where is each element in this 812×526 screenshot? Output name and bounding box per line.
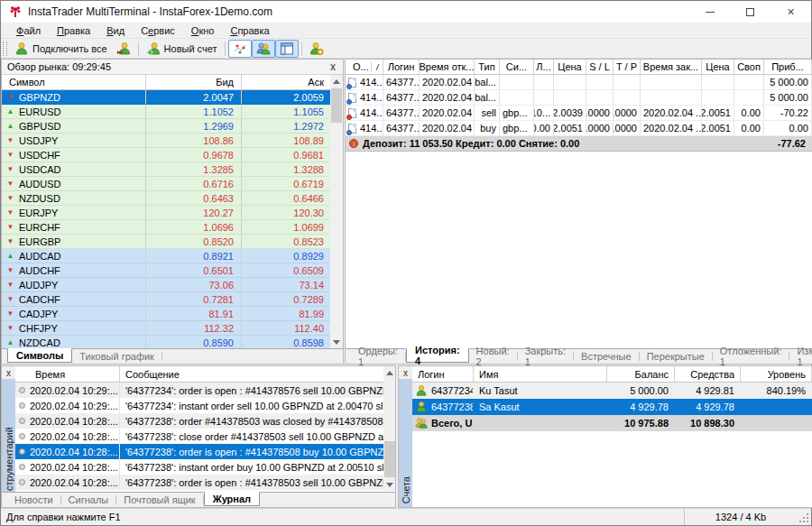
column-header-login[interactable]: Логин (383, 60, 420, 74)
symbol-row[interactable]: USDJPY 108.86 108.89 (2, 134, 343, 148)
column-header-close-time[interactable]: Время зак... (641, 60, 702, 74)
account-row[interactable]: Всего, USD 10 975.88 10 898.30 (412, 415, 812, 431)
disconnect-all-button[interactable] (112, 40, 135, 58)
market-watch-tab[interactable]: Символы (7, 348, 72, 363)
journal-row[interactable]: 2020.02.04 10:29:... '64377234': order i… (15, 383, 395, 398)
journal-row[interactable]: 2020.02.04 10:28:... '64377238': order #… (15, 413, 395, 429)
column-header-equity[interactable]: Средства (675, 366, 741, 382)
journal-tab[interactable]: Новости (7, 495, 61, 504)
column-header-time[interactable]: Время (15, 366, 120, 382)
symbol-row[interactable]: GBPUSD 1.2969 1.2972 (2, 119, 343, 134)
resize-grip[interactable] (797, 509, 811, 525)
symbol-row[interactable]: EURUSD 1.1052 1.1055 (2, 105, 343, 119)
toolbar-grip[interactable] (3, 42, 7, 56)
symbol-row[interactable]: AUDUSD 0.6716 0.6719 (2, 177, 343, 191)
column-header-balance[interactable]: Баланс (607, 366, 675, 382)
scroll-up-icon[interactable] (330, 75, 343, 88)
menu-item[interactable]: Сервис (133, 24, 183, 37)
minimize-button[interactable] (689, 1, 730, 23)
journal-tab[interactable]: Журнал (204, 492, 260, 506)
scrollbar-thumb[interactable] (384, 441, 395, 477)
history-tab[interactable]: Встречные (574, 352, 640, 361)
column-header-level[interactable]: Уровень (741, 366, 812, 382)
order-row[interactable]: 414... 64377... 2020.02.04 ... bal... 5 … (346, 75, 812, 90)
journal-row[interactable]: 2020.02.04 10:28:... '64377238': order i… (15, 475, 395, 490)
journal-scrollbar[interactable] (383, 366, 395, 491)
market-watch-scrollbar[interactable] (330, 75, 343, 348)
symbol-row[interactable]: AUDCHF 0.6501 0.6509 (2, 263, 343, 278)
column-header-symbol[interactable]: Символ (2, 75, 146, 89)
order-tp: 0.0000 (614, 106, 641, 121)
market-watch-close-button[interactable]: x (327, 60, 339, 73)
connect-all-button[interactable]: Подключить все (10, 40, 112, 58)
symbol-row[interactable]: AUDJPY 73.06 73.14 (2, 278, 343, 292)
menu-item[interactable]: Файл (8, 24, 49, 37)
journal-tab[interactable]: Почтовый ящик (116, 495, 203, 504)
column-header-login[interactable]: Логин (412, 366, 474, 382)
menu-item[interactable]: Окно (183, 24, 223, 37)
accounts-close-button[interactable]: x (399, 366, 412, 379)
order-row[interactable]: 414... 64377... 2020.02.04 ... sell gbp.… (346, 106, 812, 121)
symbol-row[interactable]: USDCHF 0.9678 0.9681 (2, 148, 343, 162)
column-header-order[interactable]: О... (346, 60, 383, 74)
symbol-row[interactable]: CADCHF 0.7281 0.7289 (2, 292, 343, 307)
layout-toggle-button[interactable] (275, 40, 299, 58)
journal-row[interactable]: 2020.02.04 10:28:... '64377238': close o… (15, 429, 395, 444)
tick-chart-toggle-button[interactable] (228, 40, 252, 58)
history-tab[interactable]: Отложенный: 1 (713, 352, 790, 361)
order-row[interactable]: 414... 64377... 2020.02.04 ... buy gbp..… (346, 121, 812, 136)
column-header-close-price[interactable]: Цена (702, 60, 734, 74)
symbol-row[interactable]: EURCHF 1.0696 1.0699 (2, 220, 343, 235)
account-settings-button[interactable] (305, 40, 328, 58)
scrollbar-thumb[interactable] (331, 88, 342, 123)
menu-item[interactable]: Справка (222, 24, 277, 37)
column-header-symbol[interactable]: Си... (500, 60, 534, 74)
column-header-message[interactable]: Сообщение (120, 366, 395, 382)
column-header-swap[interactable]: Своп (734, 60, 764, 74)
new-account-button[interactable]: Новый счет (142, 40, 222, 58)
symbol-row[interactable]: EURJPY 120.27 120.30 (2, 206, 343, 220)
column-header-lots[interactable]: Л... (534, 60, 554, 74)
order-row[interactable]: 414... 64377... 2020.02.04 ... bal... 5 … (346, 90, 812, 106)
history-tab[interactable]: История: 4 (406, 348, 469, 363)
history-tab[interactable]: Изменить: 1 (789, 352, 812, 361)
journal-row[interactable]: 2020.02.04 10:29:... '64377234': instant… (15, 398, 395, 413)
scroll-up-icon[interactable] (383, 366, 396, 379)
column-header-type[interactable]: Тип (475, 60, 500, 74)
close-button[interactable]: × (770, 1, 811, 23)
column-header-tp[interactable]: T / P (614, 60, 641, 74)
history-tab[interactable]: Ордеры: 1 (351, 352, 406, 361)
column-header-price[interactable]: Цена (554, 60, 586, 74)
maximize-button[interactable] (730, 1, 770, 23)
column-header-name[interactable]: Имя (474, 366, 607, 382)
history-tab[interactable]: Перекрытые (640, 352, 713, 361)
history-tab[interactable]: Новый: 2 (469, 352, 518, 361)
journal-tab[interactable]: Сигналы (61, 495, 117, 504)
symbol-row[interactable]: AUDCAD 0.8921 0.8929 (2, 249, 343, 263)
journal-row[interactable]: 2020.02.04 10:28:... '64377238': instant… (15, 459, 395, 475)
column-header-sl[interactable]: S / L (586, 60, 614, 74)
column-header-bid[interactable]: Бид (146, 75, 242, 89)
journal-close-button[interactable]: x (2, 366, 15, 379)
symbol-row[interactable]: CHFJPY 112.32 112.40 (2, 321, 343, 336)
column-header-open-time[interactable]: Время отк... (420, 60, 475, 74)
menu-item[interactable]: Вид (98, 24, 133, 37)
journal-row[interactable]: 2020.02.04 10:28:... '64377238': order i… (15, 444, 395, 459)
account-row[interactable]: 64377238 Sa Kasut 4 929.78 4 929.78 (412, 399, 812, 415)
column-header-profit[interactable]: Приб... (764, 60, 812, 74)
column-header-ask[interactable]: Аск (242, 75, 332, 89)
menu-item[interactable]: Правка (49, 24, 98, 37)
scroll-down-icon[interactable] (330, 336, 343, 348)
accounts-rows: 64377234 Ku Tasut 5 000.00 4 929.81 840.… (412, 383, 812, 431)
symbol-row[interactable]: CADJPY 81.91 81.99 (2, 307, 343, 321)
market-watch-tab[interactable]: Тиковый график (72, 352, 162, 361)
account-row[interactable]: 64377234 Ku Tasut 5 000.00 4 929.81 840.… (412, 383, 812, 399)
scroll-down-icon[interactable] (383, 478, 396, 491)
symbol-row[interactable]: EURGBP 0.8520 0.8523 (2, 235, 343, 249)
history-tab[interactable]: Закрыть: 1 (518, 352, 574, 361)
accounts-view-toggle-button[interactable] (252, 40, 275, 58)
symbol-row[interactable]: NZDUSD 0.6463 0.6466 (2, 191, 343, 206)
journal-message: '64377238': order is open : #414378503 s… (120, 475, 395, 490)
symbol-row[interactable]: USDCAD 1.3285 1.3288 (2, 162, 343, 177)
symbol-row[interactable]: GBPNZD 2.0047 2.0059 (2, 90, 343, 105)
